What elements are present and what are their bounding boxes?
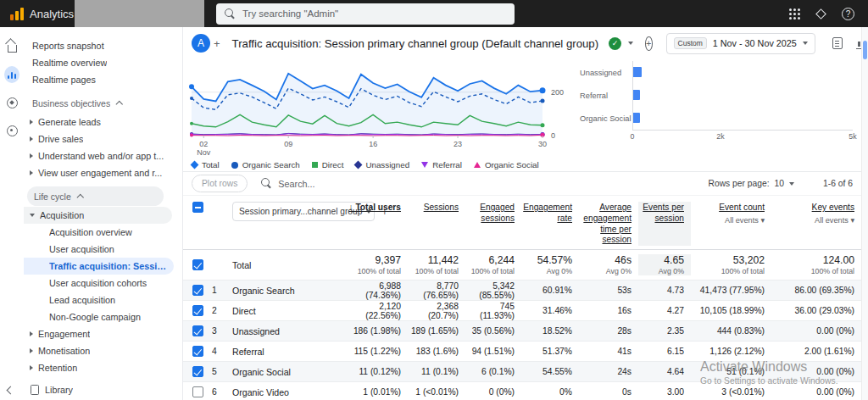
sidebar-item-business-objectives[interactable]: Business objectives [24,92,182,114]
chevron-up-icon [77,194,84,201]
sidebar-item-generate-leads[interactable]: Generate leads [24,114,182,131]
table-controls: Plot rows Search... Rows per page: 10 1-… [183,171,861,195]
help-icon[interactable]: ? [842,8,854,20]
column-header-label[interactable]: Engaged sessions [465,203,515,225]
table-row-referral[interactable]: 4Referral115 (1.22%)183 (1.6%)94 (1.51%)… [183,341,861,361]
account-avatar[interactable]: A [192,34,210,53]
sidebar-item-life-cycle[interactable]: Life cycle [27,186,164,206]
global-search-input[interactable]: Try searching "Admin" [216,3,515,25]
sidebar-item-view-user-engagement-and-r[interactable]: View user engagement and r... [24,164,182,181]
chevron-down-icon[interactable] [789,182,794,186]
legend-label: Total [202,160,220,169]
rows-per-page-value[interactable]: 10 [775,179,784,188]
sidebar-item-acquisition[interactable]: Acquisition [24,207,172,224]
add-report-button[interactable]: + [645,36,652,51]
column-header-label[interactable]: Sessions [424,203,459,214]
saved-check-icon[interactable]: ✓ [609,37,621,50]
table-row-total[interactable]: Total9,397100% of total11,442100% of tot… [183,249,861,280]
explore-icon[interactable] [4,95,19,110]
sidebar-item-lead-acquisition[interactable]: Lead acquisition [24,292,182,308]
column-header-engagement-rate[interactable]: Engagement rate [521,202,579,246]
table-row-unassigned[interactable]: 3Unassigned186 (1.98%)189 (1.65%)35 (0.5… [183,320,861,341]
home-icon[interactable] [4,39,19,54]
svg-text:0: 0 [551,131,555,140]
row-checkbox[interactable] [192,305,203,316]
sidebar-item-monetisation[interactable]: Monetisation [24,342,182,359]
sidebar-item-non-google-campaign[interactable]: Non-Google campaign [24,308,182,325]
column-header-label[interactable]: ↓ Total users [348,203,401,214]
sidebar-item-realtime-overview[interactable]: Realtime overview [24,54,182,71]
legend-item-organic-social[interactable]: Organic Social [474,160,539,169]
chevron-down-icon[interactable] [628,42,633,45]
column-header-label[interactable]: Key events [812,203,854,214]
legend-item-referral[interactable]: Referral [421,160,462,169]
advertising-icon[interactable] [4,123,19,138]
column-filter-dropdown[interactable]: All events ▾ [691,215,765,225]
diagnostics-icon[interactable] [815,8,826,19]
analytics-logo[interactable]: Analytics [0,8,75,20]
legend-item-organic-search[interactable]: Organic Search [231,160,300,169]
cell-sessions: 1 (<0.01%) [408,387,465,397]
column-header-average-engagement-time-per-session[interactable]: Average engagement time per session [579,202,638,246]
sidebar-item-user-acquisition-cohorts[interactable]: User acquisition cohorts [24,275,182,292]
sidebar-item-library[interactable]: Library [24,381,182,398]
column-header-key-events[interactable]: Key eventsAll events ▾ [771,202,861,246]
bar-row-organic-social[interactable]: Organic Social [580,107,853,130]
column-header-total-users[interactable]: ↓ Total users [342,202,408,246]
reports-icon[interactable] [4,67,19,82]
row-checkbox[interactable] [192,366,203,377]
scrollbar-thumb[interactable] [863,41,867,59]
sidebar-item-understand-web-and-or-app-t[interactable]: Understand web and/or app t... [24,147,182,164]
select-all-checkbox[interactable] [192,202,203,213]
column-header-label[interactable]: Events per session [638,203,684,225]
nav-rail [0,27,24,400]
column-header-event-count[interactable]: Event countAll events ▾ [691,202,771,246]
row-checkbox[interactable] [192,285,203,296]
date-preset-badge: Custom [674,37,707,49]
table-row-organic-video[interactable]: 6Organic Video1 (0.01%)1 (<0.01%)0 (0%)0… [183,381,861,400]
column-header-label[interactable]: Engagement rate [521,203,572,225]
column-header-sessions[interactable]: Sessions [408,202,465,246]
sidebar-item-acquisition-overview[interactable]: Acquisition overview [24,224,182,241]
line-chart[interactable]: 020002Nov09162330 [186,59,573,166]
sidebar-item-drive-sales[interactable]: Drive sales [24,131,182,147]
bar-row-unassigned[interactable]: Unassigned [580,61,853,84]
column-filter-dropdown[interactable]: All events ▾ [771,215,854,225]
collapse-sidebar-icon[interactable] [7,386,15,395]
legend-item-direct[interactable]: Direct [312,160,344,169]
row-checkbox[interactable] [192,386,203,397]
sidebar-item-realtime-pages[interactable]: Realtime pages [24,71,182,88]
sidebar-item-label: Engagement [38,329,90,339]
table-row-organic-search[interactable]: 1Organic Search6,988 (74.36%)8,770 (76.6… [183,280,861,300]
bar-row-referral[interactable]: Referral [580,84,853,107]
date-range-picker[interactable]: Custom 1 Nov - 30 Nov 2025 [666,33,815,54]
sidebar-item-user-acquisition[interactable]: User acquisition [24,241,182,258]
legend-item-total[interactable]: Total [192,160,220,169]
column-header-events-per-session[interactable]: Events per session [638,202,691,246]
add-segment-icon[interactable]: + [214,37,220,50]
table-search-input[interactable]: Search... [261,178,465,189]
sidebar-item-traffic-acquisition-session[interactable]: Traffic acquisition: Session... [24,258,174,275]
column-header-label[interactable]: Event count [719,203,765,214]
sidebar-item-label: Lead acquisition [49,295,115,305]
bar-chart[interactable]: UnassignedReferralOrganic Social02k5k [580,61,853,142]
column-header-label[interactable]: Average engagement time per session [579,203,632,246]
table-row-organic-social[interactable]: 5Organic Social11 (0.12%)11 (0.1%)6 (0.1… [183,361,861,381]
column-header-engaged-sessions[interactable]: Engaged sessions [465,202,521,246]
total-cell-engagement-rate: 54.57%Avg 0% [521,254,579,275]
row-checkbox[interactable] [192,325,203,336]
notes-icon[interactable] [832,37,843,49]
row-checkbox[interactable] [192,346,203,357]
table-row-direct[interactable]: 2Direct2,120 (22.56%)2,368 (20.7%)745 (1… [183,300,861,320]
sidebar-item-retention[interactable]: Retention [24,359,182,376]
apps-grid-icon[interactable] [789,8,800,19]
vertical-scrollbar[interactable] [861,27,868,400]
sidebar-item-reports-snapshot[interactable]: Reports snapshot [24,37,182,54]
sidebar-item-engagement[interactable]: Engagement [24,325,182,342]
svg-text:30: 30 [538,140,547,148]
row-checkbox[interactable] [192,259,203,270]
svg-text:23: 23 [453,140,462,148]
legend-item-unassigned[interactable]: Unassigned [355,160,409,169]
total-cell-average-engagement-time-per-session: 46sAvg 0% [579,254,638,275]
plot-rows-button[interactable]: Plot rows [192,175,248,192]
